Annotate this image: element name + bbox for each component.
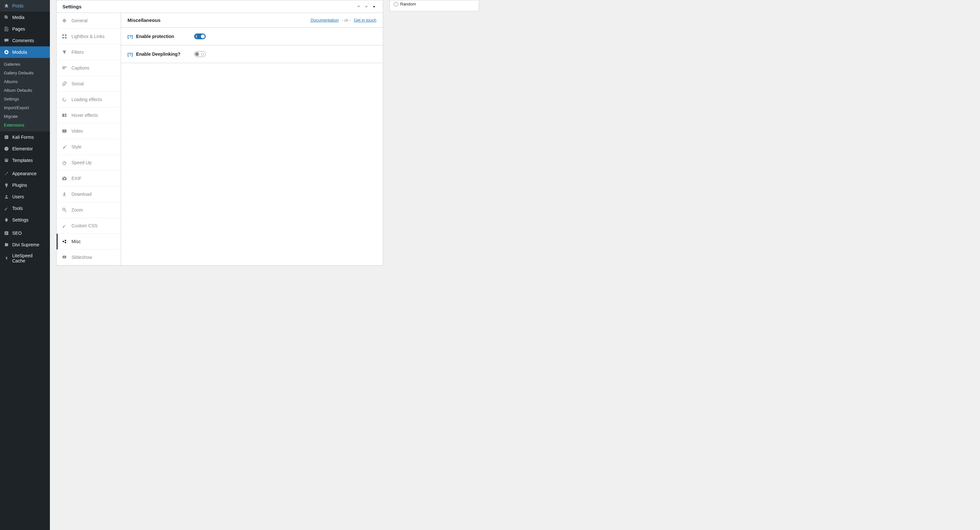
tab-misc[interactable]: Misc — [57, 234, 121, 250]
brush-icon — [3, 170, 10, 177]
menu-media[interactable]: Media — [0, 11, 50, 23]
menu-tools[interactable]: Tools — [0, 202, 50, 214]
tab-label: Slideshow — [72, 255, 92, 260]
menu-posts[interactable]: Posts — [0, 0, 50, 11]
submenu-galleries[interactable]: Galleries — [0, 60, 50, 68]
menu-users[interactable]: Users — [0, 191, 50, 202]
divi-icon — [3, 242, 10, 248]
menu-comments[interactable]: Comments — [0, 35, 50, 46]
submenu-import-export[interactable]: Import/Export — [0, 103, 50, 112]
tab-label: Misc — [72, 239, 81, 244]
tab-label: EXIF — [72, 176, 81, 181]
menu-appearance[interactable]: Appearance — [0, 168, 50, 179]
svg-point-21 — [65, 240, 66, 241]
tab-filters[interactable]: Filters — [57, 45, 121, 60]
get-in-touch-link[interactable]: Get in touch — [354, 18, 376, 22]
submenu-migrate[interactable]: Migrate — [0, 112, 50, 121]
svg-point-22 — [65, 242, 66, 244]
menu-divi-supreme[interactable]: Divi Supreme — [0, 239, 50, 250]
menu-plugins[interactable]: Plugins — [0, 179, 50, 191]
tab-speedup[interactable]: Speed Up — [57, 155, 121, 171]
menu-label: Plugins — [12, 183, 27, 188]
submenu-gallery-defaults[interactable]: Gallery Defaults — [0, 68, 50, 77]
menu-pages[interactable]: Pages — [0, 23, 50, 35]
menu-label: Comments — [12, 38, 34, 43]
help-icon[interactable]: [?] — [127, 34, 133, 39]
tab-label: Loading effects — [72, 97, 102, 102]
submenu-album-defaults[interactable]: Album Defaults — [0, 86, 50, 95]
svg-point-2 — [5, 147, 9, 151]
panel-controls — [356, 3, 377, 10]
menu-label: Tools — [12, 206, 23, 211]
svg-rect-13 — [65, 116, 67, 117]
hover-icon — [62, 112, 68, 118]
tab-customcss[interactable]: Custom CSS — [57, 218, 121, 234]
tab-zoom[interactable]: Zoom — [57, 202, 121, 218]
menu-settings[interactable]: Settings — [0, 214, 50, 226]
tab-general[interactable]: General — [57, 13, 121, 29]
svg-rect-12 — [65, 114, 67, 115]
setting-enable-deeplinking: [?] Enable Deeplinking? — [121, 45, 383, 63]
tab-download[interactable]: Download — [57, 186, 121, 202]
menu-litespeed[interactable]: LiteSpeed Cache — [0, 250, 50, 266]
toggle-enable-protection[interactable] — [194, 33, 206, 39]
submenu-extensions[interactable]: Extensions — [0, 121, 50, 129]
toggle-enable-deeplinking[interactable] — [194, 51, 206, 57]
tab-exif[interactable]: EXIF — [57, 171, 121, 186]
tab-video[interactable]: Video — [57, 123, 121, 139]
tab-loading[interactable]: Loading effects — [57, 92, 121, 108]
wrench-icon — [62, 223, 68, 229]
menu-label: Users — [12, 194, 24, 199]
tab-hover[interactable]: Hover effects — [57, 108, 121, 123]
zoom-icon — [62, 207, 68, 213]
slideshow-icon — [62, 255, 68, 260]
link-icon — [62, 81, 68, 87]
tab-label: Custom CSS — [72, 223, 97, 228]
side-box: Random — [390, 0, 479, 11]
svg-rect-11 — [62, 114, 64, 117]
tab-label: Hover effects — [72, 113, 98, 118]
radio-random[interactable] — [394, 2, 398, 6]
menu-modula[interactable]: Modula — [0, 46, 50, 58]
panel-down-icon[interactable] — [363, 3, 369, 10]
tab-captions[interactable]: Captions — [57, 60, 121, 76]
menu-label: Templates — [12, 158, 33, 163]
svg-point-4 — [64, 20, 65, 22]
main-content: Settings General Lightbox & Links Filter… — [50, 0, 980, 530]
menu-label: LiteSpeed Cache — [12, 253, 47, 263]
tab-slideshow[interactable]: Slideshow — [57, 250, 121, 265]
tab-label: Zoom — [72, 207, 83, 213]
captions-icon — [62, 65, 68, 71]
svg-rect-6 — [65, 35, 67, 36]
documentation-link[interactable]: Documentation — [311, 18, 339, 22]
submenu-albums[interactable]: Albums — [0, 77, 50, 86]
tab-social[interactable]: Social — [57, 76, 121, 92]
video-icon — [62, 128, 68, 134]
radio-random-row[interactable]: Random — [394, 0, 475, 8]
menu-seo[interactable]: SEO — [0, 227, 50, 239]
submenu-settings[interactable]: Settings — [0, 95, 50, 103]
svg-text:K: K — [5, 136, 7, 139]
tab-lightbox[interactable]: Lightbox & Links — [57, 29, 121, 45]
content-header: Miscellaneous Documentation - or - Get i… — [121, 13, 383, 28]
panel-up-icon[interactable] — [356, 3, 361, 10]
setting-enable-protection: [?] Enable protection — [121, 28, 383, 45]
panel-collapse-icon[interactable] — [371, 3, 377, 10]
menu-elementor[interactable]: Elementor — [0, 143, 50, 154]
panel-title: Settings — [62, 4, 81, 10]
tab-style[interactable]: Style — [57, 139, 121, 155]
menu-label: SEO — [12, 231, 22, 236]
grid-icon — [62, 33, 68, 39]
users-icon — [3, 194, 10, 200]
pin-icon — [3, 3, 10, 9]
help-icon[interactable]: [?] — [127, 52, 133, 57]
menu-templates[interactable]: Templates — [0, 154, 50, 166]
svg-rect-10 — [62, 68, 65, 69]
settings-panel: Settings General Lightbox & Links Filter… — [56, 0, 383, 266]
menu-label: Posts — [12, 3, 24, 8]
kali-icon: K — [3, 134, 10, 140]
menu-kali-forms[interactable]: K Kali Forms — [0, 131, 50, 143]
tab-label: Filters — [72, 49, 84, 55]
svg-rect-18 — [64, 177, 65, 177]
svg-point-20 — [62, 241, 64, 242]
